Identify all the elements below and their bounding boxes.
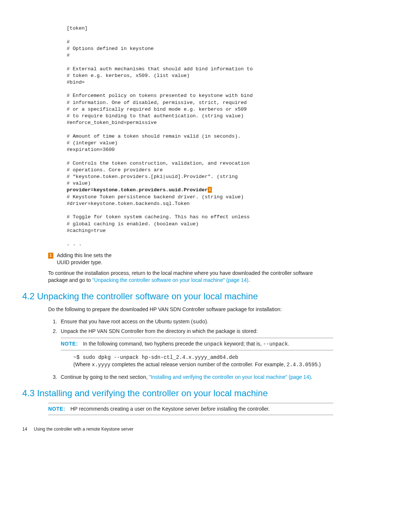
code-line: # operations. Core providers are (67, 167, 163, 173)
section-heading-4-2: 4.2 Unpacking the controller software on… (22, 290, 333, 302)
note-box: NOTE: HP recommends creating a user on t… (48, 403, 333, 415)
code-line: # to require binding to that authenticat… (67, 113, 244, 119)
command-block: ~$ sudo dpkg --unpack hp-sdn-ctl_2.4.x.y… (73, 354, 333, 368)
link-unpacking[interactable]: "Unpacking the controller software on yo… (92, 277, 249, 283)
code-line: # Enforcement policy on tokens presented… (67, 93, 253, 98)
text: installing the controller. (216, 406, 270, 412)
step-1: Ensure that you have root access on the … (59, 318, 333, 326)
code-block: [token] # # Options defined in keystone … (67, 18, 333, 248)
code-line: # token e.g. kerberos, x509. (list value… (67, 73, 190, 78)
command: ~$ sudo dpkg --unpack hp-sdn-ctl_2.4.x.y… (73, 354, 333, 361)
note-container: NOTE: HP recommends creating a user on t… (48, 403, 333, 415)
step-3: Continue by going to the next section, "… (59, 374, 333, 381)
code-line: # information. One of disabled, permissi… (67, 100, 247, 105)
code-line: # "keystone.token.providers.[pki|uuid].P… (67, 174, 238, 179)
code-line: #enforce_token_bind=permissive (67, 120, 157, 125)
note-label: NOTE: (61, 341, 78, 347)
code-line: # (67, 53, 70, 58)
text: .) (318, 361, 321, 367)
code-line: #caching=true (67, 228, 106, 233)
section-intro: Do the following to prepare the download… (48, 306, 333, 313)
text: keyword; that is, (223, 341, 263, 347)
mono: x.yyyy (92, 362, 110, 368)
link-installing[interactable]: "Installing and verifying the controller… (149, 374, 311, 380)
text: completes the actual release version num… (110, 361, 286, 367)
text: Unpack the HP VAN SDN Controller from th… (61, 328, 258, 334)
text: HP recommends creating a user on the Key… (70, 406, 201, 412)
continue-paragraph: To continue the installation process, re… (48, 270, 333, 284)
footer-text: Using the controller with a remote Keyst… (34, 427, 133, 432)
code-line: # Keystone Token persistence backend dri… (67, 194, 244, 200)
page-footer: 14 Using the controller with a remote Ke… (22, 426, 333, 432)
code-line: # Options defined in keystone (67, 46, 154, 51)
mono: unpack (204, 341, 223, 347)
code-line: #expiration=3600 (67, 147, 115, 152)
callout-marker-inline: 1 (208, 187, 212, 193)
text: . (311, 374, 312, 380)
text: . (288, 341, 289, 347)
code-line: # global caching is enabled. (boolean va… (67, 221, 199, 227)
code-line-bold: provider=keystone.token.providers.uuid.P… (67, 187, 208, 193)
code-line: # or a specifically required bind mode e… (67, 107, 247, 112)
code-line: # External auth mechanisms that should a… (67, 66, 253, 72)
mono: --unpack (263, 341, 288, 347)
code-line: # (67, 39, 70, 45)
text: . (249, 277, 250, 283)
text: ). (205, 319, 209, 324)
code-line: . . . (67, 241, 82, 247)
callout-marker: 1 (48, 253, 53, 259)
note-box: NOTE: In the following command, two hyph… (61, 338, 333, 350)
command-desc: (Where x.yyyy completes the actual relea… (73, 361, 333, 368)
callout-text: Adding this line sets the UUID provider … (57, 252, 123, 266)
code-line: # Amount of time a token should remain v… (67, 134, 241, 139)
steps-list: Ensure that you have root access on the … (48, 318, 333, 380)
section-heading-4-3: 4.3 Installing and verifying the control… (22, 387, 333, 399)
mono: 2.4.3.0595 (287, 362, 318, 368)
text: Continue by going to the next section, (61, 374, 149, 380)
text: (Where (73, 361, 92, 367)
code-line: # (integer value) (67, 140, 118, 146)
italic: before (201, 406, 216, 412)
step-2: Unpack the HP VAN SDN Controller from th… (59, 328, 333, 368)
page-number: 14 (22, 426, 33, 432)
code-line: # Controls the token construction, valid… (67, 161, 250, 166)
code-line: # Toggle for token system cacheing. This… (67, 214, 250, 220)
code-line: #driver=keystone.token.backends.sql.Toke… (67, 201, 190, 206)
mono: sudo (193, 319, 205, 325)
code-line: # value) (67, 181, 91, 186)
note-label: NOTE: (48, 406, 65, 412)
code-line: #bind= (67, 80, 85, 85)
text: Ensure that you have root access on the … (61, 319, 193, 324)
text: In the following command, two hyphens pr… (83, 341, 204, 347)
code-line: [token] (67, 26, 88, 31)
callout-list: 1 Adding this line sets the UUID provide… (48, 252, 333, 266)
